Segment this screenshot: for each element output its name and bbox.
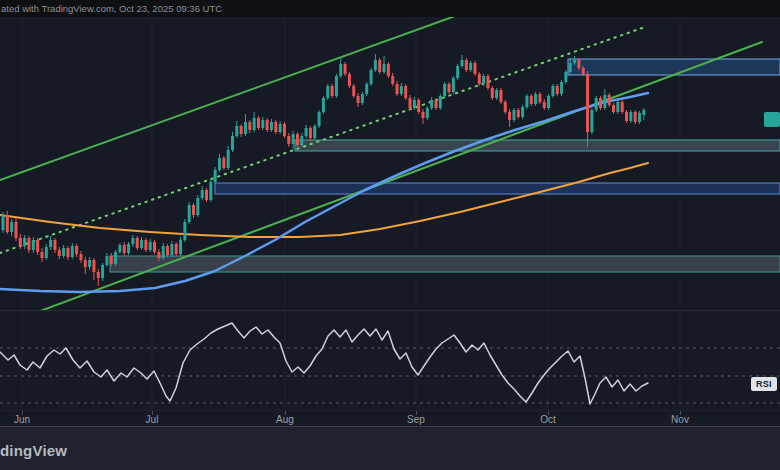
candle-body: [66, 248, 69, 257]
candle-body: [97, 272, 100, 278]
rsi-indicator-pane[interactable]: [0, 310, 780, 410]
candle-body: [603, 95, 606, 108]
candle-body: [443, 84, 446, 96]
candle-body: [426, 108, 429, 118]
candle-body: [222, 158, 225, 168]
candle-body: [227, 150, 230, 168]
candle-body: [469, 63, 472, 70]
candle-body: [573, 60, 576, 63]
time-axis-label: Nov: [671, 414, 689, 425]
candle-body: [270, 122, 273, 130]
candle-body: [14, 222, 17, 238]
rsi-indicator-label[interactable]: RSI: [751, 377, 777, 391]
candle-body: [482, 76, 485, 84]
candle-body: [422, 112, 425, 118]
watermark-bar: ated with TradingView.com, Oct 23, 2025 …: [0, 0, 780, 17]
candle-body: [582, 68, 585, 74]
candle-body: [166, 246, 169, 255]
candle-body: [183, 222, 186, 240]
ma-orange-line: [0, 163, 648, 237]
candle-body: [2, 215, 5, 230]
candle-body: [348, 74, 351, 86]
candle-body: [599, 98, 602, 108]
candle-body: [352, 86, 355, 96]
candle-body: [105, 256, 108, 265]
time-axis-label: Jun: [14, 414, 30, 425]
candle-body: [214, 170, 217, 182]
candle-body: [136, 238, 139, 248]
candle-body: [101, 265, 104, 278]
candle-body: [629, 112, 632, 121]
candle-body: [447, 84, 450, 92]
candle-body: [357, 96, 360, 103]
candle-body: [248, 122, 251, 130]
candle-body: [374, 60, 377, 70]
candle-body: [564, 72, 567, 82]
candle-body: [495, 90, 498, 98]
candle-body: [400, 86, 403, 94]
candle-body: [404, 86, 407, 98]
candle-body: [577, 60, 580, 68]
candlesticks: [2, 54, 646, 286]
candle-body: [413, 100, 416, 108]
candle-body: [32, 240, 35, 250]
candle-body: [175, 244, 178, 254]
candle-body: [625, 112, 628, 121]
candle-body: [543, 102, 546, 108]
rsi-line: [0, 323, 648, 404]
candle-body: [157, 252, 160, 258]
candle-body: [144, 240, 147, 250]
candle-body: [218, 158, 221, 170]
candle-body: [300, 136, 303, 145]
candle-body: [616, 102, 619, 112]
candle-body: [409, 98, 412, 108]
time-axis-label: Jul: [146, 414, 159, 425]
candle-body: [556, 86, 559, 94]
candle-body: [534, 94, 537, 104]
candle-body: [40, 252, 43, 258]
candle-body: [452, 78, 455, 92]
candle-body: [486, 76, 489, 88]
candle-body: [274, 122, 277, 132]
candle-body: [335, 76, 338, 96]
candle-body: [387, 64, 390, 76]
tradingview-logo[interactable]: dingView: [0, 442, 67, 459]
supply-zone-mid: [295, 140, 780, 151]
main-price-chart[interactable]: [0, 17, 780, 310]
time-axis[interactable]: JunJulAugSepOctNov: [0, 410, 780, 426]
candle-body: [383, 64, 386, 72]
candle-body: [58, 250, 61, 256]
candle-body: [547, 96, 550, 108]
candle-body: [638, 113, 641, 122]
candle-body: [261, 120, 264, 128]
candle-body: [508, 112, 511, 120]
candle-body: [75, 246, 78, 254]
footer-bar: dingView: [0, 426, 780, 470]
candle-body: [439, 96, 442, 108]
candle-body: [491, 88, 494, 98]
candle-body: [266, 120, 269, 130]
candle-body: [569, 63, 572, 72]
candle-body: [521, 107, 524, 117]
candle-body: [6, 215, 9, 232]
candle-body: [79, 254, 82, 260]
candle-body: [53, 240, 56, 250]
candle-body: [473, 63, 476, 74]
candle-body: [361, 94, 364, 103]
candle-body: [322, 98, 325, 112]
candle-body: [84, 260, 87, 267]
last-price-label: [764, 112, 780, 127]
candle-body: [10, 222, 13, 232]
candle-body: [504, 102, 507, 112]
candle-body: [201, 190, 204, 198]
candle-body: [205, 190, 208, 200]
candle-body: [140, 240, 143, 248]
candle-body: [417, 100, 420, 112]
candle-body: [209, 182, 212, 200]
candle-body: [114, 252, 117, 264]
candle-body: [244, 122, 247, 134]
candle-body: [292, 134, 295, 144]
candle-body: [192, 205, 195, 215]
time-axis-label: Aug: [276, 414, 294, 425]
candle-body: [131, 238, 134, 244]
